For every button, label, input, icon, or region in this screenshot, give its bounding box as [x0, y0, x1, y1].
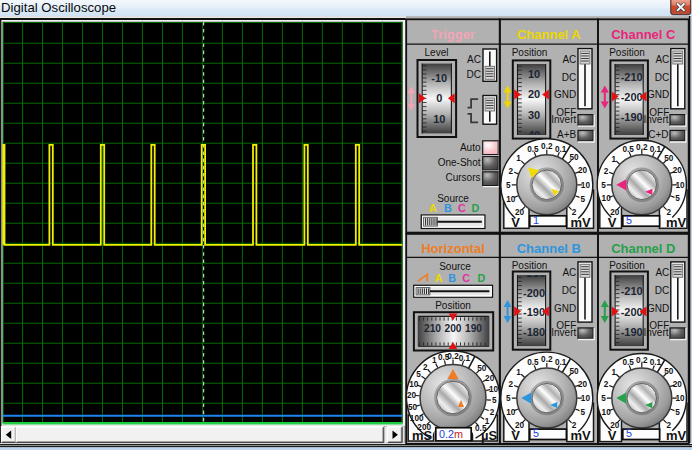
- svg-text:GND: GND: [554, 303, 576, 314]
- svg-text:A: A: [435, 272, 443, 284]
- svg-text:5: 5: [581, 195, 586, 204]
- svg-text:DC: DC: [467, 69, 481, 80]
- svg-text:AC: AC: [562, 54, 576, 65]
- svg-text:-190: -190: [621, 111, 643, 123]
- svg-text:A+B: A+B: [557, 129, 577, 140]
- svg-text:0.2: 0.2: [541, 355, 553, 364]
- svg-text:0.2m: 0.2m: [439, 428, 463, 440]
- svg-text:Invert: Invert: [551, 114, 576, 125]
- svg-text:0.2: 0.2: [636, 356, 648, 365]
- svg-text:2: 2: [604, 380, 609, 389]
- svg-text:V: V: [511, 428, 520, 443]
- svg-text:-190: -190: [523, 306, 545, 318]
- svg-text:210: 210: [424, 323, 441, 334]
- svg-text:AC: AC: [562, 267, 576, 278]
- svg-text:190: 190: [465, 323, 482, 334]
- svg-text:1: 1: [516, 154, 521, 163]
- svg-text:5: 5: [675, 408, 680, 417]
- svg-text:V: V: [608, 428, 617, 443]
- svg-text:-200: -200: [621, 306, 643, 318]
- svg-text:µS: µS: [481, 428, 497, 443]
- svg-text:DC: DC: [562, 72, 576, 83]
- svg-text:Invert: Invert: [643, 327, 668, 338]
- svg-text:5: 5: [506, 394, 511, 403]
- svg-text:5: 5: [492, 396, 497, 405]
- svg-text:Position: Position: [609, 260, 645, 271]
- svg-text:Invert: Invert: [551, 327, 576, 338]
- svg-text:50: 50: [664, 154, 674, 163]
- svg-text:5: 5: [601, 181, 606, 190]
- svg-text:mV: mV: [570, 215, 591, 230]
- svg-text:D: D: [472, 202, 480, 214]
- svg-text:10: 10: [602, 194, 612, 203]
- svg-text:0.5: 0.5: [622, 358, 634, 367]
- svg-text:Trigger: Trigger: [431, 27, 475, 42]
- svg-text:V: V: [608, 215, 617, 230]
- svg-text:0.1: 0.1: [650, 145, 662, 154]
- svg-text:10: 10: [528, 68, 540, 80]
- svg-text:DC: DC: [655, 285, 669, 296]
- svg-text:50: 50: [408, 403, 418, 412]
- svg-text:5: 5: [626, 427, 632, 439]
- svg-text:5: 5: [675, 194, 680, 203]
- svg-text:1: 1: [612, 368, 617, 377]
- svg-text:-180: -180: [523, 326, 545, 338]
- svg-text:1: 1: [432, 356, 437, 365]
- svg-text:GND: GND: [647, 303, 669, 314]
- svg-text:Position: Position: [435, 300, 471, 311]
- svg-text:0.1: 0.1: [650, 358, 662, 367]
- svg-text:Position: Position: [512, 260, 548, 271]
- svg-text:10: 10: [675, 181, 685, 190]
- svg-text:2: 2: [490, 408, 495, 417]
- svg-text:2: 2: [423, 363, 428, 372]
- svg-text:C: C: [458, 202, 466, 214]
- svg-text:50: 50: [477, 364, 487, 373]
- svg-text:20: 20: [528, 88, 540, 100]
- svg-text:10: 10: [506, 195, 516, 204]
- svg-text:A: A: [429, 202, 437, 214]
- svg-text:Cursors: Cursors: [445, 172, 480, 183]
- svg-text:20: 20: [407, 391, 417, 400]
- svg-text:-10: -10: [431, 72, 447, 84]
- svg-text:50: 50: [570, 367, 580, 376]
- svg-text:0: 0: [436, 92, 442, 104]
- svg-text:Level: Level: [425, 47, 449, 58]
- svg-text:mV: mV: [570, 428, 591, 443]
- svg-text:10: 10: [581, 394, 591, 403]
- svg-text:10: 10: [675, 394, 685, 403]
- svg-text:DC: DC: [655, 72, 669, 83]
- svg-text:AC: AC: [655, 267, 669, 278]
- svg-text:AC: AC: [467, 54, 481, 65]
- svg-text:Auto: Auto: [460, 142, 481, 153]
- svg-text:GND: GND: [647, 89, 669, 100]
- svg-text:1: 1: [612, 155, 617, 164]
- svg-text:DC: DC: [562, 285, 576, 296]
- svg-text:mV: mV: [666, 428, 687, 443]
- svg-text:20: 20: [673, 380, 683, 389]
- svg-text:mS: mS: [412, 428, 433, 443]
- svg-text:5: 5: [581, 408, 586, 417]
- svg-text:0.1: 0.1: [555, 358, 567, 367]
- svg-text:Channel B: Channel B: [517, 241, 581, 256]
- svg-text:Invert: Invert: [643, 114, 668, 125]
- svg-text:10: 10: [409, 380, 419, 389]
- svg-text:30: 30: [528, 109, 540, 121]
- svg-text:C+D: C+D: [648, 129, 668, 140]
- svg-text:0.2: 0.2: [447, 352, 459, 361]
- svg-text:Channel A: Channel A: [517, 27, 581, 42]
- svg-text:100: 100: [410, 414, 424, 423]
- svg-text:0.5: 0.5: [622, 145, 634, 154]
- svg-text:0.2: 0.2: [541, 142, 553, 151]
- svg-text:2: 2: [604, 167, 609, 176]
- svg-text:0.1: 0.1: [459, 354, 471, 363]
- svg-text:10: 10: [433, 113, 445, 125]
- svg-text:0.5: 0.5: [527, 358, 539, 367]
- svg-text:0.5: 0.5: [527, 145, 539, 154]
- svg-text:1: 1: [533, 214, 539, 226]
- svg-text:Channel C: Channel C: [611, 27, 676, 42]
- svg-text:-200: -200: [523, 287, 545, 299]
- svg-text:1: 1: [516, 368, 521, 377]
- svg-text:5: 5: [506, 181, 511, 190]
- svg-text:AC: AC: [655, 54, 669, 65]
- svg-text:B: B: [444, 202, 452, 214]
